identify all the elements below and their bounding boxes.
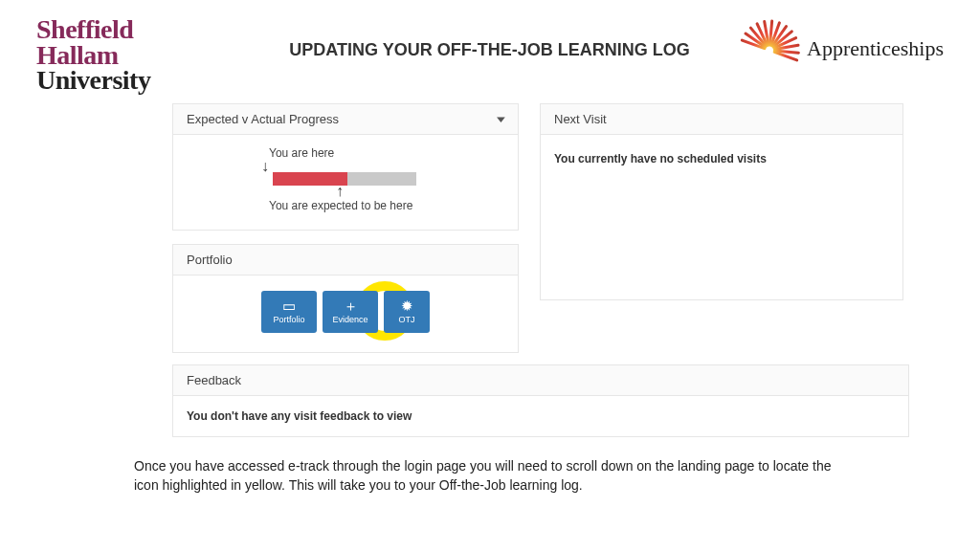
next-visit-message: You currently have no scheduled visits (541, 135, 902, 299)
instruction-caption: Once you have accessed e-track through t… (0, 437, 980, 496)
otj-button[interactable]: ✹ OTJ (384, 291, 430, 333)
progress-bar-actual (273, 172, 347, 186)
plus-icon: ＋ (344, 298, 358, 313)
shu-logo-line1: Sheffield (36, 17, 237, 43)
expected-here-label: You are expected to be here (269, 199, 504, 212)
feedback-message: You don't have any visit feedback to vie… (173, 396, 908, 436)
apprenticeships-logo: Apprenticeships (742, 17, 944, 77)
apprenticeships-brand-text: Apprenticeships (807, 36, 944, 61)
progress-panel: Expected v Actual Progress ▾ You are her… (172, 103, 519, 231)
feedback-panel: Feedback You don't have any visit feedba… (172, 364, 909, 437)
page-title: UPDATING YOUR OFF-THE-JOB LEARNING LOG (276, 17, 703, 61)
progress-panel-title: Expected v Actual Progress (187, 112, 339, 126)
portfolio-panel: Portfolio ▭ Portfolio ＋ Evidence ✹ OTJ (172, 244, 519, 353)
progress-bar (273, 172, 416, 186)
sunburst-icon (742, 21, 797, 77)
next-visit-panel: Next Visit You currently have no schedul… (540, 103, 903, 300)
portfolio-panel-title: Portfolio (187, 253, 233, 267)
you-are-here-label: You are here (269, 146, 504, 160)
feedback-panel-title: Feedback (173, 365, 908, 396)
arrow-down-icon: ↓ (261, 162, 504, 171)
next-visit-panel-title: Next Visit (554, 112, 607, 126)
portfolio-button-label: Portfolio (273, 315, 304, 324)
evidence-button-label: Evidence (332, 315, 368, 324)
evidence-button[interactable]: ＋ Evidence (323, 291, 378, 333)
book-icon: ▭ (282, 298, 296, 313)
gear-icon: ✹ (401, 298, 413, 313)
shu-logo-line2: Hallam (36, 43, 237, 69)
otj-button-label: OTJ (399, 315, 415, 324)
portfolio-button[interactable]: ▭ Portfolio (261, 291, 317, 333)
shu-logo-line3: University (36, 68, 237, 94)
shu-logo: Sheffield Hallam University (36, 17, 237, 94)
arrow-up-icon: ↑ (336, 186, 504, 196)
caret-down-icon[interactable]: ▾ (497, 113, 506, 125)
